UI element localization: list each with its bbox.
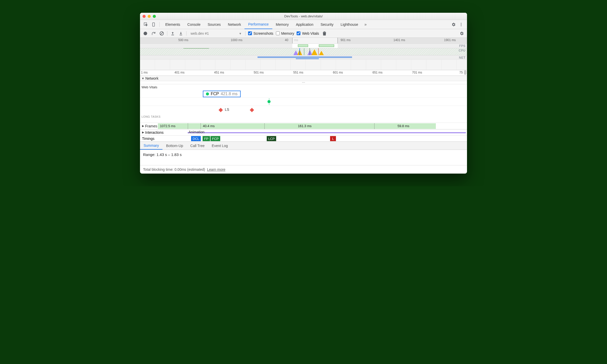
overview-cpu-lane: CPU xyxy=(140,48,467,55)
tab-network[interactable]: Network xyxy=(224,20,244,29)
timeline-overview[interactable]: 500 ms 1000 ms 40 ms 901 ms 1401 ms 1901… xyxy=(140,38,467,70)
disclosure-triangle-icon: ▼ xyxy=(142,77,144,80)
inspect-element-icon[interactable] xyxy=(143,22,149,27)
device-toggle-icon[interactable] xyxy=(151,22,156,27)
overview-lane-label: FPS xyxy=(459,44,465,48)
timings-label: Timings xyxy=(140,136,171,141)
summary-range: Range: 1.43 s – 1.83 s xyxy=(143,152,182,157)
footer-bar: Total blocking time: 0.00ms (estimated) … xyxy=(140,165,467,174)
dropdown-caret-icon: ▾ xyxy=(239,31,241,35)
settings-gear-icon[interactable] xyxy=(451,22,456,27)
interactions-row: ▶ Interactions Animation xyxy=(140,129,467,136)
download-profile-icon[interactable] xyxy=(178,31,184,36)
window-titlebar: DevTools - web.dev/vitals/ xyxy=(140,13,467,20)
animation-bar[interactable] xyxy=(188,132,466,133)
tab-sources[interactable]: Sources xyxy=(204,20,224,29)
overview-ruler: 500 ms 1000 ms 40 ms 901 ms 1401 ms 1901… xyxy=(140,38,467,43)
ruler-tick: 501 ms xyxy=(254,71,264,74)
tab-security[interactable]: Security xyxy=(317,20,337,29)
frame-segment[interactable]: 161.3 ms xyxy=(265,123,375,129)
flamechart-ruler[interactable]: 1 ms 401 ms 451 ms 501 ms 551 ms 601 ms … xyxy=(140,70,467,76)
recording-select-value: web.dev #1 xyxy=(191,31,209,35)
kebab-menu-icon[interactable] xyxy=(458,22,464,27)
svg-rect-1 xyxy=(153,23,155,26)
tab-divider xyxy=(159,22,160,27)
network-section-label: Network xyxy=(145,76,158,80)
overview-selection[interactable] xyxy=(292,38,338,43)
frames-track[interactable]: 1072.5 ms 40.4 ms 161.3 ms 59.8 ms xyxy=(158,123,467,129)
cpu-flame-icon xyxy=(292,48,338,55)
frame-segment[interactable] xyxy=(188,123,201,129)
tab-console[interactable]: Console xyxy=(184,20,204,29)
recording-select[interactable]: web.dev #1 ▾ xyxy=(189,31,243,36)
tab-application[interactable]: Application xyxy=(292,20,317,29)
screenshots-checkbox[interactable]: Screenshots xyxy=(248,31,273,35)
delete-recording-icon[interactable] xyxy=(322,31,327,36)
interactions-section-header[interactable]: ▶ Interactions xyxy=(140,129,171,135)
memory-checkbox-input[interactable] xyxy=(276,31,280,35)
timing-lcp-badge[interactable]: LCP xyxy=(267,136,276,141)
fcp-label: FCP xyxy=(211,92,219,96)
record-button[interactable] xyxy=(143,31,148,36)
ruler-tick: 401 ms xyxy=(174,71,184,74)
overview-lane-label: CPU xyxy=(459,49,465,52)
frame-segment[interactable]: 1072.5 ms xyxy=(158,123,188,129)
ruler-tick: 551 ms xyxy=(293,71,303,74)
details-tab-bottom-up[interactable]: Bottom-Up xyxy=(162,142,187,150)
webvitals-lcp-row xyxy=(140,98,467,106)
tab-memory[interactable]: Memory xyxy=(272,20,293,29)
tab-performance[interactable]: Performance xyxy=(244,20,272,29)
layout-shift-marker[interactable] xyxy=(250,108,254,112)
upload-profile-icon[interactable] xyxy=(170,31,176,36)
memory-label: Memory xyxy=(281,31,294,35)
timing-fcp-badge[interactable]: FCP xyxy=(211,136,220,141)
frame-segment[interactable]: 59.8 ms xyxy=(375,123,436,129)
timing-load-badge[interactable]: L xyxy=(330,136,336,141)
frame-segment[interactable]: 40.4 ms xyxy=(201,123,265,129)
learn-more-link[interactable]: Learn more xyxy=(207,167,226,172)
long-tasks-label: LONG TASKS xyxy=(140,114,467,119)
clear-icon[interactable] xyxy=(159,31,165,36)
layout-shift-marker[interactable] xyxy=(219,108,223,112)
scrollbar-thumb[interactable] xyxy=(464,70,466,75)
svg-line-6 xyxy=(160,32,163,35)
ruler-tick: 1 ms xyxy=(141,71,148,74)
devtools-panel-tabs: Elements Console Sources Network Perform… xyxy=(140,20,467,29)
fcp-marker[interactable]: FCP 421.8 ms xyxy=(203,91,241,97)
timings-row: Timings DCL FP FCP LCP L xyxy=(140,136,467,142)
disclosure-triangle-icon: ▶ xyxy=(142,124,144,128)
long-tasks-lane xyxy=(140,119,467,123)
timing-dcl-badge[interactable]: DCL xyxy=(191,136,201,141)
collapsed-content-indicator[interactable]: ⋯ xyxy=(140,81,467,84)
details-tab-event-log[interactable]: Event Log xyxy=(208,142,231,150)
overview-net-lane: NET xyxy=(140,55,467,59)
overview-tick: 1901 ms xyxy=(444,38,456,42)
memory-checkbox[interactable]: Memory xyxy=(276,31,294,35)
network-section-header[interactable]: ▼ Network xyxy=(140,76,467,81)
timing-fp-badge[interactable]: FP xyxy=(203,136,210,141)
lcp-marker[interactable] xyxy=(267,100,271,103)
webvitals-checkbox[interactable]: Web Vitals xyxy=(297,31,319,35)
tab-lighthouse[interactable]: Lighthouse xyxy=(337,20,362,29)
more-tabs-icon[interactable]: » xyxy=(363,22,368,27)
svg-point-3 xyxy=(461,24,462,25)
tab-elements[interactable]: Elements xyxy=(162,20,184,29)
interactions-track[interactable]: Animation xyxy=(171,129,467,135)
reload-record-icon[interactable] xyxy=(151,31,156,36)
screenshots-checkbox-input[interactable] xyxy=(248,31,252,35)
svg-point-4 xyxy=(461,25,462,26)
disclosure-triangle-icon: ▶ xyxy=(142,131,144,134)
screenshot-filmstrip[interactable] xyxy=(140,59,467,70)
ruler-tick: 75 xyxy=(459,71,463,74)
frames-section-header[interactable]: ▶ Frames xyxy=(140,124,158,128)
good-indicator-icon xyxy=(206,92,209,95)
timings-track[interactable]: DCL FP FCP LCP L xyxy=(171,136,467,141)
window-title: DevTools - web.dev/vitals/ xyxy=(140,14,467,18)
webvitals-ls-row: LS xyxy=(140,106,467,114)
webvitals-checkbox-input[interactable] xyxy=(297,31,300,35)
capture-settings-gear-icon[interactable] xyxy=(459,31,464,36)
devtools-window: DevTools - web.dev/vitals/ Elements Cons… xyxy=(140,13,467,174)
details-tab-call-tree[interactable]: Call Tree xyxy=(187,142,208,150)
interactions-label: Interactions xyxy=(145,130,164,135)
details-tab-summary[interactable]: Summary xyxy=(140,142,162,150)
